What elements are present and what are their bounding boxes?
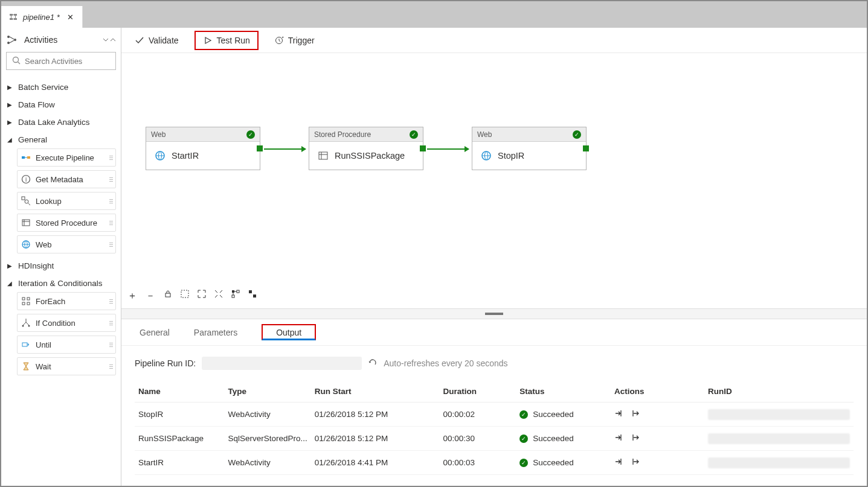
svg-text:i: i (25, 176, 27, 183)
cell-runid (704, 427, 854, 451)
collapse-icon[interactable] (103, 37, 116, 43)
cell-actions (611, 451, 704, 475)
success-icon: ✓ (246, 130, 255, 139)
cell-runid (704, 403, 854, 427)
svg-rect-29 (232, 290, 234, 293)
add-icon[interactable]: ＋ (127, 290, 137, 302)
tab-title: pipeline1 * (23, 13, 60, 22)
svg-rect-25 (319, 152, 327, 159)
trigger-button[interactable]: Trigger (274, 36, 315, 45)
validate-button[interactable]: Validate (135, 36, 179, 45)
pipeline-toolbar: Validate Test Run Trigger (121, 28, 867, 53)
activity-stored-procedure[interactable]: Stored Procedure (17, 214, 116, 232)
cell-type: WebActivity (224, 403, 310, 427)
input-action-icon[interactable] (614, 433, 624, 444)
category-hdinsight[interactable]: ▶HDInsight (6, 257, 116, 275)
col-actions[interactable]: Actions (611, 381, 704, 403)
tab-output[interactable]: Output (262, 324, 316, 340)
tab-parameters[interactable]: Parameters (194, 324, 237, 341)
minus-icon[interactable]: － (146, 290, 155, 302)
svg-rect-9 (27, 156, 30, 159)
category-data-lake-analytics[interactable]: ▶Data Lake Analytics (6, 113, 116, 131)
col-runid[interactable]: RunID (704, 381, 854, 403)
input-action-icon[interactable] (614, 457, 624, 468)
activity-foreach[interactable]: ForEach (17, 292, 116, 310)
success-icon: ✓ (573, 130, 581, 139)
col-name[interactable]: Name (135, 381, 224, 403)
output-action-icon[interactable] (630, 409, 640, 420)
svg-point-6 (14, 39, 16, 41)
pipeline-canvas[interactable]: Web✓ StartIR Stored Procedure✓ RunSSISPa… (121, 53, 867, 308)
output-port[interactable] (583, 145, 589, 151)
panel-resize-handle[interactable] (121, 308, 867, 319)
bottom-panel-tabs: General Parameters Output (121, 319, 867, 346)
close-icon[interactable]: ✕ (65, 13, 76, 22)
activity-wait[interactable]: Wait (17, 357, 116, 375)
output-table: Name Type Run Start Duration Status Acti… (135, 381, 854, 475)
pipeline-run-id-label: Pipeline Run ID: (135, 358, 196, 368)
cell-status: ✓Succeeded (516, 451, 611, 475)
success-icon: ✓ (519, 434, 528, 443)
svg-rect-31 (232, 295, 234, 298)
cell-name: StopIR (135, 403, 224, 427)
output-action-icon[interactable] (630, 433, 640, 444)
output-port[interactable] (420, 145, 426, 151)
activity-lookup[interactable]: Lookup (17, 192, 116, 210)
activity-execute-pipeline[interactable]: Execute Pipeline (17, 148, 116, 167)
svg-point-4 (7, 36, 10, 38)
table-row[interactable]: StartIR WebActivity 01/26/2018 4:41 PM 0… (135, 451, 854, 475)
cell-actions (611, 403, 704, 427)
svg-rect-27 (166, 293, 170, 297)
col-type[interactable]: Type (224, 381, 310, 403)
category-data-flow[interactable]: ▶Data Flow (6, 96, 116, 113)
zoom-icon[interactable] (214, 290, 223, 302)
col-status[interactable]: Status (516, 381, 611, 403)
svg-point-20 (22, 325, 24, 327)
svg-rect-1 (14, 14, 17, 16)
success-icon: ✓ (519, 459, 528, 467)
svg-rect-32 (249, 290, 252, 293)
svg-rect-30 (237, 290, 239, 293)
node-stopir[interactable]: Web✓ StopIR (472, 127, 587, 170)
category-iteration-conditionals[interactable]: ◢Iteration & Conditionals (6, 275, 116, 292)
activities-icon (6, 34, 18, 46)
connector (264, 148, 306, 150)
canvas-toolbar: ＋ － (127, 290, 257, 302)
tab-pipeline1[interactable]: pipeline1 * ✕ (1, 6, 83, 28)
lock-icon[interactable] (164, 290, 172, 302)
activity-if-condition[interactable]: If Condition (17, 314, 116, 332)
align-icon[interactable] (248, 290, 257, 302)
fit-icon[interactable] (181, 290, 189, 302)
activity-get-metadata[interactable]: i Get Metadata (17, 170, 116, 188)
output-panel: Pipeline Run ID: Auto-refreshes every 20… (121, 346, 867, 486)
cell-name: RunSSISPackage (135, 427, 224, 451)
output-action-icon[interactable] (630, 457, 640, 468)
svg-rect-8 (22, 156, 25, 159)
auto-refresh-label: Auto-refreshes every 20 seconds (384, 358, 507, 368)
search-activities[interactable] (6, 52, 116, 70)
search-input[interactable] (25, 57, 111, 66)
col-runstart[interactable]: Run Start (311, 381, 440, 403)
table-row[interactable]: RunSSISPackage SqlServerStoredPro... 01/… (135, 427, 854, 451)
activity-until[interactable]: Until (17, 336, 116, 354)
table-row[interactable]: StopIR WebActivity 01/26/2018 5:12 PM 00… (135, 403, 854, 427)
svg-rect-2 (10, 18, 13, 20)
test-run-button[interactable]: Test Run (194, 31, 259, 50)
svg-rect-0 (10, 14, 13, 16)
category-batch-service[interactable]: ▶Batch Service (6, 78, 116, 96)
node-runssispackage[interactable]: Stored Procedure✓ RunSSISPackage (309, 127, 423, 170)
svg-rect-3 (14, 18, 17, 20)
input-action-icon[interactable] (614, 409, 624, 420)
cell-duration: 00:00:30 (439, 427, 516, 451)
output-port[interactable] (257, 145, 263, 151)
col-duration[interactable]: Duration (439, 381, 516, 403)
category-general[interactable]: ◢General (6, 131, 116, 148)
cell-type: WebActivity (224, 451, 310, 475)
node-startir[interactable]: Web✓ StartIR (146, 127, 260, 170)
pipeline-run-id-value (202, 357, 362, 370)
fullscreen-icon[interactable] (198, 290, 206, 302)
activity-web[interactable]: Web (17, 235, 116, 253)
tab-general[interactable]: General (140, 324, 170, 341)
layout-icon[interactable] (231, 290, 240, 302)
refresh-icon[interactable] (368, 358, 378, 369)
